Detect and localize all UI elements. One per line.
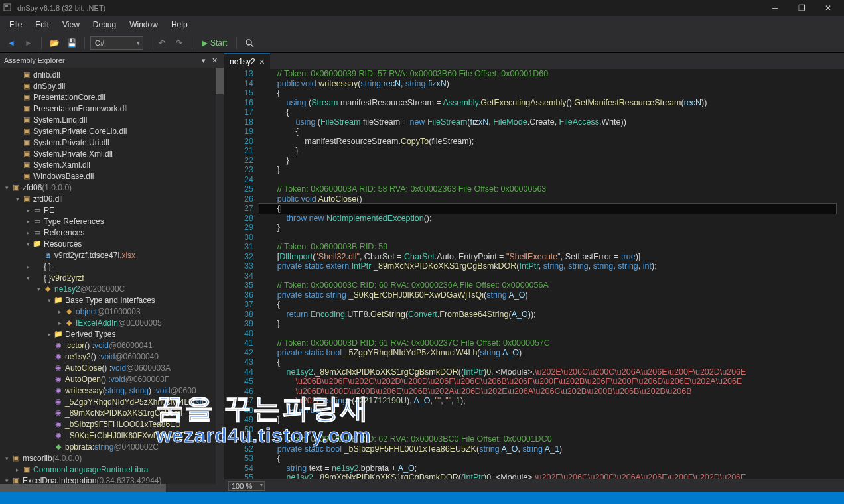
close-button[interactable]: ✕ xyxy=(815,3,841,13)
tree-node[interactable]: ▣System.Private.Xml.dll xyxy=(0,148,224,159)
separator xyxy=(149,37,149,49)
forward-button[interactable]: ► xyxy=(21,36,36,50)
tree-node[interactable]: ◉_89mXcNxPIDKoXKS1rgCgBsml xyxy=(0,407,224,418)
separator xyxy=(236,37,237,49)
menu-file[interactable]: File xyxy=(3,18,29,31)
zoom-combo[interactable]: 100 % xyxy=(228,481,265,491)
toolbar: ◄ ► 📂 💾 C# ↶ ↷ ▶ Start xyxy=(0,33,844,53)
horizontal-scrollbar[interactable] xyxy=(0,484,224,492)
tree-node[interactable]: ▸◆object @01000003 xyxy=(0,306,224,317)
scroll-thumb[interactable] xyxy=(0,484,166,492)
statusbar xyxy=(0,492,844,504)
tree-node[interactable]: ▣dnlib.dll xyxy=(0,69,224,80)
panel-header: Assembly Explorer ▾ ✕ xyxy=(0,53,224,68)
tree-node[interactable]: ◉_5ZgpYRhqdNIdYdP5zXhnuclW4Lh(str xyxy=(0,396,224,407)
app-icon xyxy=(3,3,13,13)
tree-node[interactable]: ▸▭PE xyxy=(0,204,224,216)
panel-title: Assembly Explorer xyxy=(4,56,198,64)
tab-ne1sy2[interactable]: ne1sy2 × xyxy=(224,53,270,69)
tree-node[interactable]: ▾▣ExcelDna.Integration (0.34.6373.42944) xyxy=(0,475,224,484)
panel-close[interactable]: ✕ xyxy=(209,56,220,65)
separator xyxy=(84,37,85,49)
separator xyxy=(192,37,192,49)
redo-button[interactable]: ↷ xyxy=(172,36,186,50)
start-button[interactable]: ▶ Start xyxy=(198,37,231,49)
tree-node[interactable]: ▸{ } - xyxy=(0,261,224,272)
tree-node[interactable]: ◆bpbrata : string @0400002C xyxy=(0,441,224,452)
language-combo[interactable]: C# xyxy=(90,36,143,50)
tree-node[interactable]: ◉ne1sy2() : void @06000040 xyxy=(0,351,224,362)
titlebar: dnSpy v6.1.8 (32-bit, .NET) ─ ❐ ✕ xyxy=(0,0,844,16)
tree-node[interactable]: ▾📁Base Type and Interfaces xyxy=(0,294,224,306)
tree-node[interactable]: ▾📁Resources xyxy=(0,238,224,249)
menu-debug[interactable]: Debug xyxy=(86,18,123,31)
search-button[interactable] xyxy=(242,36,257,50)
tree-node[interactable]: ◉AutoClose() : void @0600003A xyxy=(0,362,224,373)
tree-node[interactable]: ▸▭Type References xyxy=(0,216,224,227)
svg-rect-1 xyxy=(5,5,8,7)
tree-node[interactable]: ▸▣CommonLanguageRuntimeLibra xyxy=(0,464,224,475)
menu-window[interactable]: Window xyxy=(123,18,165,31)
editor-tabs: ne1sy2 × xyxy=(224,53,844,69)
tree-node[interactable]: ▣System.Private.CoreLib.dll xyxy=(0,125,224,137)
tree-node[interactable]: ◉_S0KqErCbHJ0lK60FXwDGaWjT xyxy=(0,430,224,441)
tree-node[interactable]: ▣WindowsBase.dll xyxy=(0,170,224,182)
tree-node[interactable]: ▸▭References xyxy=(0,227,224,238)
undo-button[interactable]: ↶ xyxy=(155,36,169,50)
tree-node[interactable]: ▾▣mscorlib (4.0.0.0) xyxy=(0,452,224,464)
back-button[interactable]: ◄ xyxy=(4,36,19,50)
code-editor[interactable]: 1314151617181920212223242526272829303132… xyxy=(224,69,844,479)
tree-node[interactable]: ◉_bSIbzp9F5FHLOO01xTea86EU xyxy=(0,418,224,430)
minimize-button[interactable]: ─ xyxy=(762,3,788,13)
menu-view[interactable]: View xyxy=(56,18,86,31)
window-title: dnSpy v6.1.8 (32-bit, .NET) xyxy=(17,4,762,12)
tree[interactable]: ▣dnlib.dll▣dnSpy.dll▣PresentationCore.dl… xyxy=(0,68,224,484)
tree-node[interactable]: ▣PresentationFramework.dll xyxy=(0,103,224,114)
tree-node[interactable]: ◉.cctor() : void @06000041 xyxy=(0,340,224,351)
panel-dropdown[interactable]: ▾ xyxy=(198,56,209,65)
tree-node[interactable]: ▾{ } v9rd2yrzf xyxy=(0,272,224,283)
scroll-thumb[interactable] xyxy=(216,68,224,94)
svg-point-2 xyxy=(246,40,251,45)
menu-help[interactable]: Help xyxy=(165,18,194,31)
tree-node[interactable]: ▣PresentationCore.dll xyxy=(0,92,224,103)
menubar: FileEditViewDebugWindowHelp xyxy=(0,16,844,33)
separator xyxy=(41,37,42,49)
tab-label: ne1sy2 xyxy=(230,57,255,66)
search-icon xyxy=(245,38,254,48)
tree-node[interactable]: ▣System.Linq.dll xyxy=(0,114,224,125)
code-content[interactable]: // Token: 0x06000039 RID: 57 RVA: 0x0000… xyxy=(259,69,844,479)
tree-node[interactable]: ◉writeessay(string, string) : void @0600 xyxy=(0,385,224,396)
tree-node[interactable]: ▸◆IExcelAddIn @01000005 xyxy=(0,317,224,328)
svg-line-3 xyxy=(251,44,253,47)
zoom-bar: 100 % xyxy=(224,479,844,492)
assembly-explorer-panel: Assembly Explorer ▾ ✕ ▣dnlib.dll▣dnSpy.d… xyxy=(0,53,224,492)
tree-node[interactable]: ◉AutoOpen() : void @0600003F xyxy=(0,373,224,385)
svg-rect-0 xyxy=(4,4,11,11)
line-gutter: 1314151617181920212223242526272829303132… xyxy=(224,69,259,479)
tree-node[interactable]: ▣dnSpy.dll xyxy=(0,80,224,92)
tree-node[interactable]: 🗎v9rd2yrzf.tdsoe47l.xlsx xyxy=(0,249,224,261)
vertical-scrollbar[interactable] xyxy=(216,68,224,484)
tree-node[interactable]: ▾◆ne1sy2 @0200000C xyxy=(0,283,224,294)
tree-node[interactable]: ▣System.Private.Uri.dll xyxy=(0,137,224,148)
tree-node[interactable]: ▸📁Derived Types xyxy=(0,328,224,340)
editor-area: ne1sy2 × 1314151617181920212223242526272… xyxy=(224,53,844,492)
tree-node[interactable]: ▣System.Xaml.dll xyxy=(0,159,224,170)
tree-node[interactable]: ▾▣zfd06.dll xyxy=(0,193,224,204)
open-button[interactable]: 📂 xyxy=(47,36,62,50)
save-button[interactable]: 💾 xyxy=(64,36,79,50)
play-icon: ▶ xyxy=(202,38,208,48)
menu-edit[interactable]: Edit xyxy=(29,18,56,31)
tab-close-icon[interactable]: × xyxy=(259,58,265,65)
maximize-button[interactable]: ❐ xyxy=(788,3,815,13)
tree-node[interactable]: ▾▣zfd06 (1.0.0.0) xyxy=(0,182,224,193)
